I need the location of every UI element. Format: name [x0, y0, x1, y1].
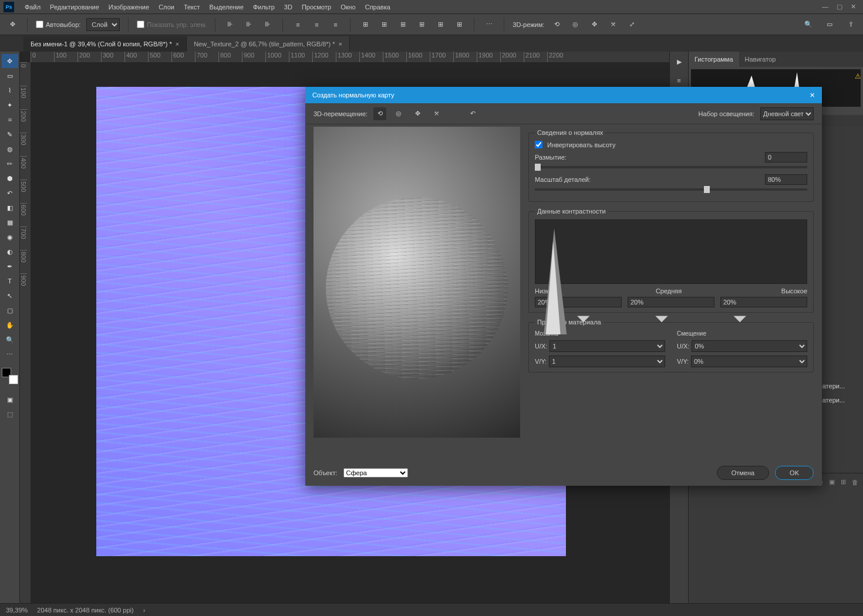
dialog-titlebar[interactable]: Создать нормальную карту ✕ — [305, 87, 822, 103]
maximize-icon[interactable]: ▢ — [837, 3, 842, 11]
distribute-icon[interactable]: ≡ — [291, 18, 304, 31]
share-icon[interactable]: ⇪ — [844, 18, 857, 31]
tab-histogram[interactable]: Гистограмма — [689, 52, 739, 67]
close-icon[interactable]: ✕ — [851, 3, 856, 11]
workspace-icon[interactable]: ▭ — [823, 18, 836, 31]
align-icon[interactable]: ⊪ — [261, 18, 274, 31]
tab-navigator[interactable]: Навигатор — [739, 52, 782, 67]
trash-icon[interactable]: 🗑 — [852, 479, 858, 486]
offset-ux-select[interactable]: 0% — [692, 340, 807, 352]
hand-tool[interactable]: ✋ — [2, 318, 18, 332]
normals-group: Сведения о нормалях Инвертировать высоту… — [528, 129, 814, 202]
menu-3d[interactable]: 3D — [279, 4, 297, 11]
slide-icon[interactable]: ⤧ — [606, 18, 619, 31]
offset-vy-select[interactable]: 0% — [691, 356, 807, 367]
close-tab-icon[interactable]: × — [339, 40, 342, 48]
blur-tool[interactable]: ◉ — [2, 230, 18, 244]
distribute-icon[interactable]: ⊞ — [453, 18, 466, 31]
pan-icon[interactable]: ✥ — [588, 18, 601, 31]
more-icon[interactable]: ⋯ — [483, 18, 495, 31]
zoom-level[interactable]: 39,39% — [6, 607, 28, 614]
cancel-button[interactable]: Отмена — [717, 466, 769, 480]
distribute-icon[interactable]: ⊞ — [359, 18, 372, 31]
roll-icon[interactable]: ◎ — [569, 18, 582, 31]
orbit-icon[interactable]: ⟲ — [550, 18, 563, 31]
undo-icon[interactable]: ↶ — [466, 107, 479, 120]
menu-image[interactable]: Изображение — [104, 4, 154, 11]
pan-icon[interactable]: ✥ — [411, 107, 424, 120]
folder-icon[interactable]: ▣ — [829, 478, 835, 486]
doc-tab-1[interactable]: Без имени-1 @ 39,4% (Слой 0 копия, RGB/8… — [23, 36, 187, 52]
crop-tool[interactable]: ⌗ — [2, 113, 18, 127]
search-icon[interactable]: 🔍 — [802, 18, 815, 31]
screenmode-tool[interactable]: ⬚ — [2, 407, 18, 421]
align-icon[interactable]: ⊪ — [242, 18, 255, 31]
blur-slider[interactable] — [535, 166, 807, 168]
menu-layers[interactable]: Слои — [154, 4, 179, 11]
dodge-tool[interactable]: ◐ — [2, 245, 18, 259]
panel-icon[interactable]: ≡ — [673, 74, 686, 87]
gradient-tool[interactable]: ▦ — [2, 215, 18, 229]
menu-edit[interactable]: Редактирование — [45, 4, 104, 11]
lasso-tool[interactable]: ⌇ — [2, 83, 18, 97]
show-controls-checkbox[interactable] — [137, 21, 144, 28]
move-tool[interactable]: ✥ — [2, 54, 18, 68]
edit-toolbar[interactable]: ⋯ — [2, 347, 18, 361]
contrast-histogram[interactable] — [535, 219, 807, 284]
color-swatches[interactable] — [2, 368, 18, 384]
distribute-icon[interactable]: ⊞ — [415, 18, 428, 31]
menu-file[interactable]: Файл — [20, 4, 45, 11]
path-tool[interactable]: ↖ — [2, 289, 18, 303]
orbit-icon[interactable]: ⟲ — [373, 107, 386, 120]
close-tab-icon[interactable]: × — [176, 40, 179, 48]
stamp-tool[interactable]: ⬢ — [2, 171, 18, 185]
brush-tool[interactable]: ✏ — [2, 157, 18, 171]
doc-info: 2048 пикс. x 2048 пикс. (600 ppi) — [37, 607, 133, 614]
invert-height-checkbox[interactable] — [535, 141, 542, 148]
menu-window[interactable]: Окно — [336, 4, 360, 11]
align-icon[interactable]: ⊪ — [224, 18, 237, 31]
menu-select[interactable]: Выделение — [205, 4, 248, 11]
menu-filter[interactable]: Фильтр — [248, 4, 279, 11]
distribute-icon[interactable]: ≡ — [329, 18, 342, 31]
menu-view[interactable]: Просмотр — [297, 4, 336, 11]
dialog-close-icon[interactable]: ✕ — [810, 92, 815, 99]
distribute-icon[interactable]: ⊞ — [396, 18, 409, 31]
layer-select[interactable]: Слой — [86, 18, 120, 31]
roll-icon[interactable]: ◎ — [392, 107, 405, 120]
detail-slider[interactable] — [535, 188, 807, 191]
history-brush-tool[interactable]: ↶ — [2, 186, 18, 200]
play-icon[interactable]: ▶ — [673, 55, 686, 68]
mosaic-vy-select[interactable]: 1 — [549, 356, 665, 367]
blur-input[interactable] — [765, 152, 807, 163]
heal-tool[interactable]: ◍ — [2, 142, 18, 156]
new-icon[interactable]: ⊞ — [841, 478, 846, 486]
slide-icon[interactable]: ⤧ — [430, 107, 443, 120]
detail-input[interactable] — [765, 174, 807, 185]
lighting-select[interactable]: Дневной свет — [760, 107, 814, 120]
distribute-icon[interactable]: ≡ — [310, 18, 323, 31]
doc-tab-2[interactable]: New_Texture_2 @ 66,7% (tile_pattern, RGB… — [187, 36, 350, 52]
wand-tool[interactable]: ✦ — [2, 98, 18, 112]
marquee-tool[interactable]: ▭ — [2, 69, 18, 83]
zoom-tool[interactable]: 🔍 — [2, 333, 18, 347]
distribute-icon[interactable]: ⊞ — [434, 18, 447, 31]
minimize-icon[interactable]: — — [822, 3, 828, 11]
type-tool[interactable]: T — [2, 274, 18, 288]
eraser-tool[interactable]: ◧ — [2, 201, 18, 215]
distribute-icon[interactable]: ⊞ — [377, 18, 390, 31]
chevron-right-icon[interactable]: › — [143, 607, 146, 614]
menu-text[interactable]: Текст — [179, 4, 205, 11]
eyedropper-tool[interactable]: ✎ — [2, 127, 18, 141]
mosaic-ux-select[interactable]: 1 — [550, 340, 665, 352]
scale-icon[interactable]: ⤢ — [625, 18, 638, 31]
preview-3d[interactable] — [313, 127, 520, 438]
3d-mode-label: 3D-режим: — [513, 21, 544, 28]
menu-help[interactable]: Справка — [360, 4, 395, 11]
ok-button[interactable]: OK — [775, 466, 814, 480]
auto-select-checkbox[interactable] — [36, 21, 43, 28]
object-select[interactable]: Сфера — [343, 468, 408, 478]
pen-tool[interactable]: ✒ — [2, 259, 18, 273]
shape-tool[interactable]: ▢ — [2, 303, 18, 317]
quickmask-tool[interactable]: ▣ — [2, 392, 18, 407]
